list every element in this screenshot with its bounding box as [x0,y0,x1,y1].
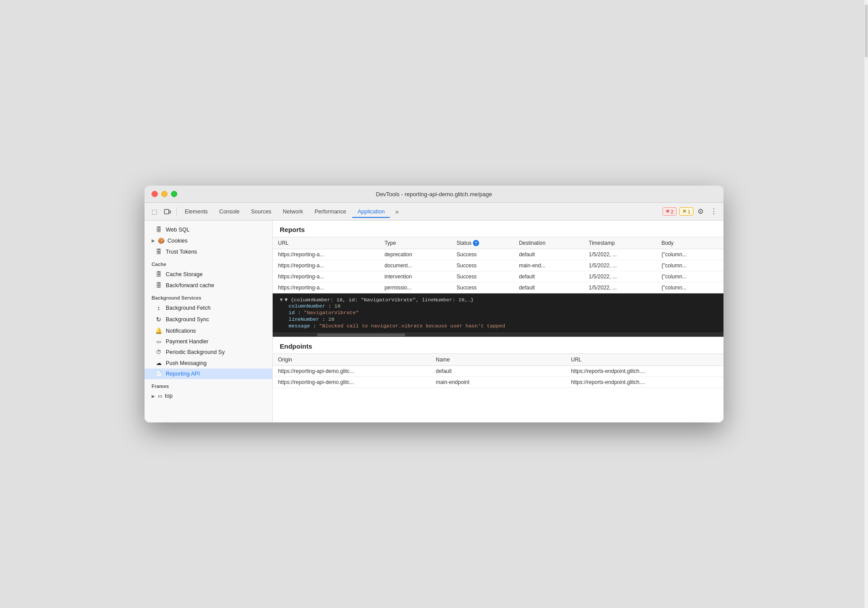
cookie-icon: 🍪 [158,237,165,244]
tab-application[interactable]: Application [352,206,390,218]
bfcache-icon: 🗄 [155,282,162,289]
error-count: 2 [671,209,674,214]
table-row[interactable]: https://reporting-a... intervention Succ… [273,271,723,282]
sidebar-item-bfcache[interactable]: 🗄 Back/forward cache [145,280,272,291]
sidebar-item-periodic-bg-sync[interactable]: ⏱ Periodic Background Sy [145,347,272,357]
col-timestamp: Timestamp [583,237,656,249]
devtools-container: ⬚ Elements Console Sources Network Perfo… [145,203,723,422]
error-badge[interactable]: ✕ 2 [662,207,677,216]
warning-badge[interactable]: ✕ 1 [679,207,693,216]
token-icon: 🗄 [155,248,162,255]
main-content: Reports URL Type Status [273,220,723,422]
ep-cell-origin: https://reporting-api-demo.glitc... [273,377,430,388]
help-icon: ? [473,240,479,246]
sidebar-item-trust-tokens[interactable]: 🗄 Trust Tokens [145,246,272,257]
json-scrollbar-thumb[interactable] [317,334,405,336]
cell-url: https://reporting-a... [273,260,379,271]
json-key-message: message [289,323,310,329]
json-scrollbar[interactable] [273,333,723,337]
frame-icon: ▭ [158,393,162,399]
content-area: Reports URL Type Status [273,220,723,422]
cell-type: intervention [379,271,451,282]
sidebar-item-cache-storage[interactable]: 🗄 Cache Storage [145,269,272,280]
svg-rect-1 [169,211,171,213]
database-icon: 🗄 [155,226,162,233]
table-row[interactable]: https://reporting-a... permissio... Succ… [273,282,723,293]
col-status: Status ? [451,237,514,249]
json-key-columnnumber: columnNumber [289,303,325,309]
traffic-lights [152,191,177,197]
cell-type: permissio... [379,282,451,293]
reports-title: Reports [273,220,723,237]
col-destination: Destination [514,237,583,249]
json-val-message: "Blocked call to navigator.vibrate becau… [319,323,505,329]
sidebar-item-top-frame[interactable]: ▶ ▭ top [145,391,272,401]
more-options-icon[interactable]: ⋮ [708,205,720,218]
settings-icon[interactable]: ⚙ [694,205,707,218]
cell-body: {"column... [656,249,723,260]
tab-sources[interactable]: Sources [246,206,277,217]
cell-destination: main-end... [514,260,583,271]
close-button[interactable] [152,191,158,197]
devtools-tabbar: ⬚ Elements Console Sources Network Perfo… [145,203,723,220]
warning-x-icon: ✕ [682,209,686,214]
devtools-body: 🗄 Web SQL ▶ 🍪 Cookies 🗄 Trust Tokens Cac… [145,220,723,422]
tab-console[interactable]: Console [214,206,245,217]
sidebar-item-bg-fetch[interactable]: ↕ Background Fetch [145,302,272,314]
cache-storage-icon: 🗄 [155,271,162,277]
cache-section-label: Cache [145,257,272,269]
warning-count: 1 [688,209,690,214]
cell-type: deprecation [379,249,451,260]
cell-type: document... [379,260,451,271]
cell-url: https://reporting-a... [273,271,379,282]
more-tabs-icon[interactable]: » [391,205,403,218]
ep-col-url: URL [566,354,723,366]
cell-status: Success [451,260,514,271]
table-row[interactable]: https://reporting-api-demo.glitc... main… [273,377,723,388]
sidebar-item-push-messaging[interactable]: ☁ Push Messaging [145,357,272,369]
json-line-3: lineNumber : 28 [280,316,716,323]
ep-col-name: Name [430,354,566,366]
maximize-button[interactable] [171,191,177,197]
cell-destination: default [514,249,583,260]
json-summary: ▼ {columnNumber: 18, id: "NavigatorVibra… [285,297,474,303]
cursor-icon[interactable]: ⬚ [148,205,160,218]
push-icon: ☁ [155,360,162,366]
error-x-icon: ✕ [666,209,670,214]
minimize-button[interactable] [161,191,168,197]
sidebar-item-payment-handler[interactable]: ▭ Payment Handler [145,336,272,347]
json-val-linenumber: 28 [328,316,335,322]
endpoints-title: Endpoints [273,337,723,353]
sidebar-item-cookies[interactable]: ▶ 🍪 Cookies [145,235,272,246]
main-content-wrapper: Reports URL Type Status [273,220,723,422]
sidebar-item-reporting-api[interactable]: 📄 Reporting API [145,369,272,379]
sidebar-item-websql[interactable]: 🗄 Web SQL [145,224,272,235]
bg-fetch-icon: ↕ [155,304,162,312]
cell-status: Success [451,282,514,293]
device-icon[interactable] [161,205,174,218]
json-val-columnnumber: 18 [335,303,341,309]
endpoints-section: Endpoints Origin Name URL [273,337,723,388]
sidebar-item-bg-sync[interactable]: ↻ Background Sync [145,314,272,325]
status-help[interactable]: Status ? [457,240,479,246]
ep-cell-origin: https://reporting-api-demo.glitc... [273,366,430,377]
json-line-2: id : "NavigatorVibrate" [280,309,716,316]
tab-performance[interactable]: Performance [309,206,352,217]
tab-network[interactable]: Network [278,206,308,217]
notifications-icon: 🔔 [155,327,162,334]
tab-elements[interactable]: Elements [179,206,213,217]
ep-cell-url: https://reports-endpoint.glitch.... [566,366,723,377]
table-row[interactable]: https://reporting-a... document... Succe… [273,260,723,271]
cell-timestamp: 1/5/2022, ... [583,260,656,271]
endpoints-table: Origin Name URL https://reporting-api-de… [273,353,723,388]
table-row[interactable]: https://reporting-a... deprecation Succe… [273,249,723,260]
cell-status: Success [451,271,514,282]
sidebar-item-notifications[interactable]: 🔔 Notifications [145,325,272,336]
json-line-4: message : "Blocked call to navigator.vib… [280,323,716,329]
json-collapse-toggle[interactable]: ▼ ▼ {columnNumber: 18, id: "NavigatorVib… [280,297,716,303]
ep-cell-name: main-endpoint [430,377,566,388]
table-row[interactable]: https://reporting-api-demo.glitc... defa… [273,366,723,377]
reporting-icon: 📄 [155,371,162,377]
json-line-1: columnNumber : 18 [280,303,716,309]
json-expanded-panel: ▼ ▼ {columnNumber: 18, id: "NavigatorVib… [273,293,723,333]
